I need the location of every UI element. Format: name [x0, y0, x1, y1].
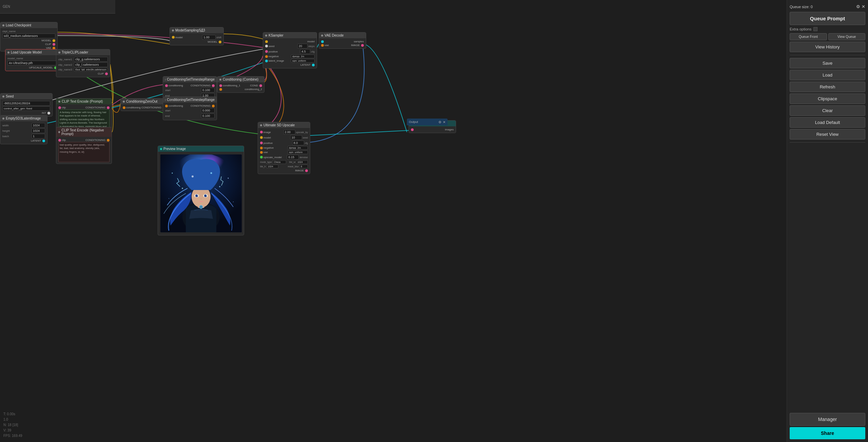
queue-prompt-button[interactable]: Queue Prompt	[790, 12, 865, 25]
node-conditioning-zero[interactable]: ConditioningZeroOut conditioning CONDITI…	[120, 98, 168, 111]
sampler-name[interactable]	[291, 55, 315, 58]
svg-point-21	[169, 198, 169, 199]
upscale-by[interactable]	[283, 130, 295, 134]
reset-view-button[interactable]: Reset View	[790, 129, 865, 140]
node-empty-latent[interactable]: EmptySD3LatentImage width height batch L…	[0, 115, 47, 144]
node-ultimate-upscale[interactable]: Ultimate SD Upscale image upscale_by mod…	[258, 122, 310, 174]
clip-name3[interactable]	[74, 68, 108, 71]
svg-point-16	[197, 195, 198, 195]
status-n: N: 18 [18]	[3, 422, 22, 428]
close-icon[interactable]: ✕	[862, 4, 865, 9]
upscale-denoise[interactable]	[287, 155, 299, 160]
node-cond-range2-header: ConditioningSetTimestepRange	[163, 97, 217, 103]
svg-point-9	[219, 186, 220, 187]
upscale-cfg[interactable]	[292, 141, 304, 145]
app-title: GEN	[3, 5, 10, 8]
top-bar: GEN	[0, 0, 115, 14]
cfg-input[interactable]	[300, 49, 310, 54]
queue-front-button[interactable]: Queue Front	[790, 33, 827, 40]
status-bar: T: 0.00s 1.0 N: 18 [18] V: 39 FPS: 169.4…	[3, 412, 22, 439]
upscale-seed[interactable]	[290, 135, 302, 140]
extra-options-row: Extra options	[790, 26, 865, 32]
node-vae-decode[interactable]: VAE Decode samples vae IMAGE	[319, 32, 366, 49]
refresh-button[interactable]: Refresh	[790, 82, 865, 92]
status-v: V: 39	[3, 428, 22, 433]
node-model-sampling-header: ModelSamplingSД3	[170, 27, 223, 33]
tile-width[interactable]	[296, 160, 308, 164]
connections-svg	[0, 0, 787, 442]
clip-name1[interactable]	[74, 57, 108, 62]
start2-input[interactable]	[201, 108, 215, 113]
upscale-sched[interactable]	[288, 150, 308, 154]
latent-height[interactable]	[32, 128, 45, 133]
view-queue-button[interactable]: View Queue	[828, 33, 866, 40]
extra-options-checkbox[interactable]	[813, 27, 817, 31]
negative-text[interactable]: bad quality, poor quality, blur, disfigu…	[58, 142, 110, 162]
node-load-upscale[interactable]: Load Upscale Model model_name UPSCALE_MO…	[5, 49, 59, 71]
status-f: FPS: 169.49	[3, 433, 22, 439]
node-clip-text-negative[interactable]: CLIP Text Encode (Negative Prompt) clip …	[56, 127, 112, 164]
extra-options-label: Extra options	[790, 27, 811, 31]
mask-blur[interactable]	[299, 165, 308, 168]
start-input[interactable]	[201, 88, 215, 92]
manager-button[interactable]: Manager	[790, 413, 865, 426]
mode-type[interactable]	[273, 160, 286, 164]
node-triple-clip[interactable]: TripleCLIPLoader clip_name1 clip_name2 c…	[56, 49, 110, 77]
node-cond-combine-header: Conditioning (Combine)	[217, 77, 264, 82]
divider-2	[790, 142, 865, 143]
svg-point-6	[192, 175, 194, 177]
node-seed[interactable]: Seed INT	[0, 93, 53, 117]
svg-point-22	[233, 202, 234, 202]
node-cond-range1-header: ConditioningSetTimestepRange	[163, 77, 217, 82]
load-button[interactable]: Load	[790, 70, 865, 80]
node-conditioning-range2[interactable]: ConditioningSetTimestepRange conditionin…	[163, 97, 217, 120]
node-preview-image-header: Preview Image	[158, 146, 244, 152]
node-clip-text-encode[interactable]: CLIP Text Encode (Prompt) clip CONDITION…	[56, 98, 112, 131]
load-default-button[interactable]: Load Default	[790, 117, 865, 128]
queue-size-label: Queue size: 0	[790, 5, 813, 9]
share-button[interactable]: Share	[790, 427, 865, 439]
node-load-checkpoint[interactable]: Load Checkpoint ckpt_name MODEL CLIP VAE	[0, 22, 58, 51]
node-ksampler[interactable]: KSampler model seed steps positive cfg n…	[263, 32, 317, 68]
clip-name2[interactable]	[74, 62, 108, 67]
clipspace-button[interactable]: Clipspace	[790, 93, 865, 104]
node-clip-text-encode-header: CLIP Text Encode (Prompt)	[56, 99, 112, 104]
ckpt-name-input[interactable]	[2, 34, 55, 38]
divider-1	[790, 55, 865, 55]
svg-point-17	[206, 195, 206, 195]
status-t: T: 0.00s	[3, 412, 22, 417]
batch-size[interactable]	[32, 134, 45, 139]
node-ultimate-upscale-header: Ultimate SD Upscale	[258, 122, 310, 128]
node-load-upscale-header: Load Upscale Model	[5, 49, 59, 55]
svg-point-8	[182, 188, 183, 189]
svg-point-20	[228, 178, 229, 179]
latent-width[interactable]	[32, 123, 45, 128]
steps-input[interactable]	[297, 44, 308, 48]
shift-input[interactable]	[202, 35, 216, 40]
view-history-button[interactable]: View History	[790, 42, 865, 52]
status-l: 1.0	[3, 417, 22, 422]
canvas-area[interactable]: GEN	[0, 0, 787, 442]
settings-icon[interactable]: ⚙	[856, 4, 860, 9]
node-preview-image[interactable]: Preview Image	[158, 146, 244, 235]
node-cond-zero-header: ConditioningZeroOut	[121, 99, 167, 104]
tile-height[interactable]	[267, 165, 278, 168]
upscale-model-input[interactable]	[7, 61, 57, 65]
node-load-checkpoint-header: Load Checkpoint	[0, 22, 57, 28]
prompt-text[interactable]: A fantasy character with long, flowing h…	[58, 109, 110, 130]
node-conditioning-combine[interactable]: Conditioning (Combine) conditioning_1 CO…	[217, 76, 264, 93]
clear-button[interactable]: Clear	[790, 105, 865, 116]
right-panel: Queue size: 0 ⚙ ✕ Queue Prompt Extra opt…	[787, 0, 868, 442]
scheduler-input[interactable]	[291, 59, 315, 63]
save-button[interactable]: Save	[790, 58, 865, 68]
seed-control[interactable]	[2, 106, 50, 111]
upscale-sampler[interactable]	[288, 146, 308, 150]
node-model-sampling[interactable]: ModelSamplingSД3 model shift MODEL	[170, 27, 224, 45]
node-vae-decode-header: VAE Decode	[319, 33, 366, 38]
preview-image-canvas	[160, 154, 242, 232]
node-empty-latent-header: EmptySD3LatentImage	[0, 115, 47, 121]
end2-input[interactable]	[201, 113, 215, 118]
svg-point-7	[210, 172, 212, 174]
seed-value[interactable]	[2, 101, 50, 106]
node-ksampler-header: KSampler	[263, 33, 317, 38]
